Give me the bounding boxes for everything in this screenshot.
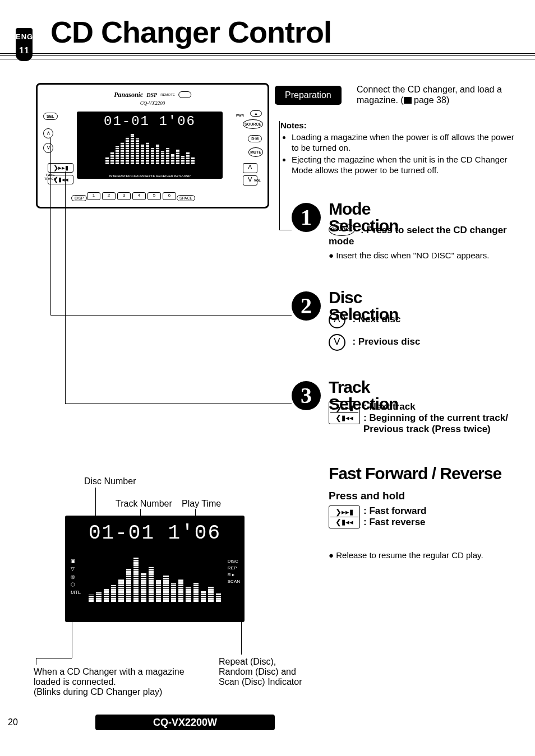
- closeup-spectrum: [65, 554, 245, 602]
- arrow-icon: [404, 97, 412, 104]
- receiver-illustration: Panasonic DSP REMOTE CQ-VX2200 SEL ▲ PWR…: [36, 83, 269, 208]
- callout-line-2: [50, 138, 51, 315]
- ff-buttons-icon: ❯▸▸▮ ❮▮◂◂: [329, 505, 360, 528]
- prev-track-label: : Beginning of the current track/ Previo…: [363, 412, 520, 435]
- preset-number-row: 1 2 3 4 5 6: [87, 192, 176, 200]
- notes-heading: Notes:: [280, 120, 307, 130]
- disp-button: DISP: [71, 195, 87, 201]
- notes-block: Notes: Loading a magazine when the power…: [280, 120, 516, 177]
- brand: Panasonic: [114, 91, 143, 98]
- fast-forward-icon: ❯▸▸▮: [330, 507, 358, 517]
- page-number: 20: [8, 717, 18, 727]
- disc-up-button: ᐱ: [43, 128, 53, 138]
- fast-forward-label: : Fast forward: [363, 505, 426, 516]
- eject-button: ▲: [250, 110, 262, 117]
- ff-subheading: Press and hold: [329, 490, 405, 502]
- title-rule: [0, 53, 535, 59]
- source-button: SOURCE: [243, 119, 263, 129]
- space-button: SPACE: [177, 195, 195, 201]
- left-callout-h: [36, 658, 72, 658]
- lcd-band-text: INTEGRATED CD/CASSETTE RECEIVER WITH DSP: [77, 174, 223, 178]
- fast-reverse-icon: ❮▮◂◂: [330, 517, 358, 527]
- step-3-number: 3: [292, 381, 321, 410]
- prep-text-b: page 38): [412, 95, 450, 105]
- left-callout-v2: [36, 658, 36, 665]
- model-bar: CQ-VX2200W: [95, 715, 275, 730]
- lcd-digits: 01-01 1'06: [77, 112, 223, 128]
- callout-line-1: [279, 121, 280, 230]
- dm-button: D·M: [248, 135, 262, 142]
- repeat-random-scan-label: Repeat (Disc), Random (Disc) and Scan (D…: [219, 657, 302, 687]
- dsp-label: DSP: [146, 92, 157, 98]
- preset-5: 5: [147, 192, 161, 200]
- preset-6: 6: [163, 192, 176, 200]
- next-track-icon: ❯▸▸▮: [330, 403, 358, 412]
- ff-note: ● Release to resume the regular CD play.: [329, 550, 483, 560]
- down-arrow-icon: ᐯ: [329, 334, 345, 351]
- step-2-number: 2: [292, 291, 321, 321]
- prev-disc-label: : Previous disc: [352, 336, 420, 347]
- preset-2: 2: [102, 192, 116, 200]
- title-rule-inner: [0, 55, 535, 56]
- magazine-indicator-label: When a CD Changer with a magazine loaded…: [34, 667, 202, 697]
- left-callout-line: [72, 574, 72, 658]
- fast-reverse-label: : Fast reverse: [363, 517, 426, 528]
- next-track-button: ❯▸▸▮: [48, 163, 73, 173]
- page-title: CD Changer Control: [50, 17, 331, 47]
- source-badge-icon: SOURCE: [329, 223, 355, 236]
- pwr-label: PWR: [236, 114, 244, 117]
- vol-up-button: ᐱ: [243, 163, 257, 173]
- note-2: Ejecting the magazine when the unit is i…: [292, 154, 516, 175]
- callout-line-2b: [50, 315, 292, 316]
- step-1-note: ● Insert the disc when "NO DISC" appears…: [329, 251, 525, 260]
- disc-down-button: ᐯ: [43, 143, 53, 153]
- preset-4: 4: [132, 192, 146, 200]
- callout-line-3b: [65, 403, 292, 404]
- preparation-text: Connect the CD changer, and load a magaz…: [357, 84, 514, 105]
- right-callout-line: [241, 560, 242, 655]
- step-1-number: 1: [292, 203, 321, 232]
- callout-line-3: [65, 171, 66, 403]
- spectrum-analyzer: [77, 133, 223, 164]
- remote-label: REMOTE: [160, 93, 175, 96]
- preset-1: 1: [87, 192, 100, 200]
- closeup-digits: 01-01 1'06: [65, 516, 245, 544]
- disc-number-label: Disc Number: [84, 476, 136, 486]
- display-closeup: 01-01 1'06 ▣ ▽ ◎ ⬡ MTL DISC REP R ▸ SCAN: [65, 516, 245, 622]
- ff-heading: Fast Forward / Reverse: [329, 465, 501, 482]
- device-lcd: 01-01 1'06 INTEGRATED CD/CASSETTE RECEIV…: [77, 112, 223, 179]
- track-number-label: Track Number: [116, 499, 172, 509]
- up-arrow-icon: ᐱ: [329, 312, 345, 328]
- language-code: ENGLISH: [16, 33, 33, 41]
- mute-button: MUTE: [248, 147, 263, 157]
- track-buttons-icon: ❯▸▸▮ ❮▮◂◂: [329, 401, 360, 424]
- note-1: Loading a magazine when the power is off…: [292, 132, 516, 153]
- remote-indicator: [178, 91, 191, 98]
- callout-line-1b: [279, 230, 292, 230]
- play-time-label: Play Time: [182, 499, 221, 509]
- step-1-instruction: : Press to select the CD changer mode: [329, 225, 507, 247]
- preparation-label: Preparation: [275, 86, 342, 105]
- preset-3: 3: [117, 192, 131, 200]
- closeup-indicators: DISC REP R ▸ SCAN: [228, 558, 240, 585]
- model-small: CQ-VX2200: [140, 100, 165, 106]
- next-disc-label: : Next disc: [352, 314, 400, 324]
- next-track-label: : Next track: [363, 401, 416, 412]
- prev-track-icon: ❮▮◂◂: [330, 412, 358, 423]
- prev-track-button: ❮▮◂◂: [48, 175, 73, 184]
- sel-button: SEL: [43, 113, 58, 120]
- vol-down-button: ᐯ: [243, 175, 257, 185]
